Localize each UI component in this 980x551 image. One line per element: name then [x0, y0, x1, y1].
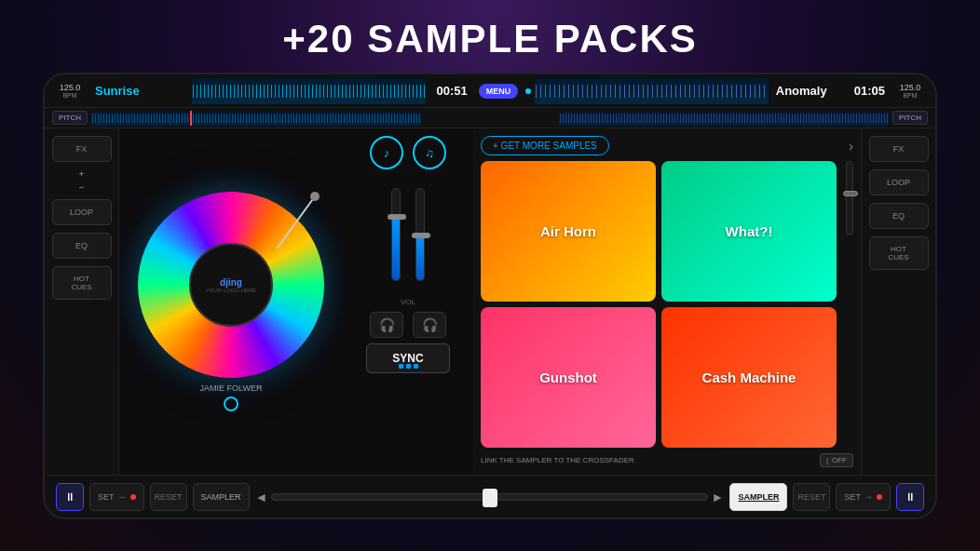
- cf-arrow-left[interactable]: ◄: [255, 490, 268, 504]
- left-bpm: 125.0 BPM: [52, 83, 88, 99]
- right-reset-button[interactable]: RESET: [793, 483, 830, 511]
- headline: +20 SAMPLE PACKS: [282, 17, 698, 61]
- right-eq-button[interactable]: EQ: [869, 203, 929, 229]
- vol-label: VOL: [401, 298, 415, 306]
- right-set-button[interactable]: SET →: [836, 483, 891, 511]
- left-track-name: Sunrise: [95, 84, 188, 98]
- left-loop-button[interactable]: LOOP: [52, 199, 112, 225]
- sampler-panel: + GET MORE SAMPLES › Air Horn What?! Gun…: [473, 128, 861, 475]
- off-toggle[interactable]: | OFF: [820, 453, 853, 467]
- add-button[interactable]: +: [79, 169, 84, 179]
- minus-button[interactable]: −: [79, 182, 84, 192]
- right-loop-button[interactable]: LOOP: [869, 169, 929, 195]
- rec-dot-right: [877, 494, 882, 500]
- rec-dot-left: [130, 494, 136, 500]
- left-set-button[interactable]: SET →: [89, 483, 144, 511]
- dj-label: djing: [220, 277, 242, 288]
- left-waveform: [192, 78, 426, 104]
- chevron-right-icon[interactable]: ›: [849, 139, 853, 154]
- sample-icon-right[interactable]: ♫: [413, 136, 446, 169]
- right-panel: FX LOOP EQ HOT CUES: [861, 128, 935, 475]
- turntable[interactable]: djing YOUR LOGO HERE: [138, 192, 324, 378]
- device-container: 125.0 BPM Sunrise 00:51 MENU Anomaly 01:…: [43, 73, 937, 519]
- menu-dot: [525, 88, 531, 94]
- svg-point-1: [310, 192, 320, 201]
- right-track-name: Anomaly: [776, 84, 851, 98]
- vol-slider-left[interactable]: [391, 188, 401, 281]
- headphone-right-button[interactable]: 🎧: [413, 312, 446, 338]
- svg-line-0: [278, 196, 315, 248]
- turntable-area: SUNRISE djing YOUR LOGO HERE JAMIE FOLWE…: [119, 128, 343, 475]
- left-waveform-detail: [91, 111, 421, 126]
- center-controls: ♪ ♫ VOL 🎧: [343, 128, 473, 475]
- top-bar: 125.0 BPM Sunrise 00:51 MENU Anomaly 01:…: [45, 74, 935, 108]
- headphone-left-button[interactable]: 🎧: [370, 312, 403, 338]
- cf-arrow-right[interactable]: ►: [712, 490, 725, 504]
- right-bpm: 125.0 BPM: [892, 83, 928, 99]
- crossfader-link-label: LINK THE SAMPLER TO THE CROSSFADER: [481, 456, 634, 464]
- bottom-bar: ⏸ SET → RESET SAMPLER ◄ ► SAMPLER RESET …: [45, 475, 935, 517]
- menu-button[interactable]: MENU: [479, 84, 519, 99]
- sampler-header: + GET MORE SAMPLES ›: [481, 136, 853, 155]
- cash-machine-button[interactable]: Cash Machine: [661, 307, 837, 448]
- right-pause-button[interactable]: ⏸: [896, 483, 924, 511]
- main-content: FX + − LOOP EQ HOT CUES SUNRISE djing YO…: [45, 128, 935, 475]
- vol-thumb-right[interactable]: [412, 233, 430, 238]
- waveform-cyan: [192, 85, 426, 98]
- pause-icon-left: ⏸: [64, 491, 75, 504]
- left-timer: 00:51: [429, 84, 475, 98]
- what-button[interactable]: What?!: [661, 161, 837, 302]
- left-hot-cues-button[interactable]: HOT CUES: [52, 266, 112, 300]
- sampler-slider-thumb[interactable]: [843, 191, 858, 196]
- sampler-volume-slider[interactable]: [846, 161, 853, 235]
- left-pause-button[interactable]: ⏸: [56, 483, 84, 511]
- pause-icon-right: ⏸: [905, 491, 916, 504]
- right-sampler-button[interactable]: SAMPLER: [729, 483, 787, 511]
- crossfader-section: ◄ ►: [255, 490, 725, 504]
- air-horn-button[interactable]: Air Horn: [481, 161, 656, 302]
- right-fx-button[interactable]: FX: [869, 136, 929, 162]
- headphone-row: 🎧 🎧: [370, 312, 446, 338]
- crossfader-track[interactable]: [271, 493, 707, 501]
- waveform-right-wave: [535, 85, 769, 98]
- sync-button[interactable]: SYNC: [366, 343, 450, 373]
- sample-grid: Air Horn What?! Gunshot Cash Machine: [481, 161, 837, 448]
- right-pitch-button[interactable]: PITCH: [892, 111, 928, 125]
- get-more-samples-button[interactable]: + GET MORE SAMPLES: [481, 136, 609, 155]
- left-panel: FX + − LOOP EQ HOT CUES: [45, 128, 119, 475]
- vol-sliders: [391, 179, 425, 290]
- left-reset-button[interactable]: RESET: [150, 483, 187, 511]
- right-hot-cues-button[interactable]: HOT CUES: [869, 236, 929, 270]
- sample-icons-row: ♪ ♫: [370, 136, 446, 169]
- left-sampler-button[interactable]: SAMPLER: [193, 483, 250, 511]
- vol-thumb-left[interactable]: [388, 214, 406, 220]
- small-circle: [224, 396, 238, 411]
- sample-icon-left[interactable]: ♪: [370, 136, 403, 169]
- tonearm-icon: [259, 192, 324, 257]
- left-eq-button[interactable]: EQ: [52, 233, 112, 259]
- vol-slider-right[interactable]: [415, 188, 425, 281]
- right-waveform: [535, 78, 769, 104]
- left-pitch-button[interactable]: PITCH: [52, 111, 88, 125]
- gunshot-button[interactable]: Gunshot: [481, 307, 656, 448]
- left-fx-button[interactable]: FX: [52, 136, 112, 162]
- right-timer: 01:05: [854, 84, 885, 98]
- crossfader-thumb[interactable]: [483, 489, 497, 507]
- right-waveform-detail: [559, 111, 889, 126]
- sampler-footer: LINK THE SAMPLER TO THE CROSSFADER | OFF: [481, 453, 853, 467]
- artist-name: JAMIE FOLWER: [200, 383, 263, 393]
- pitch-row: PITCH PITCH: [45, 108, 935, 128]
